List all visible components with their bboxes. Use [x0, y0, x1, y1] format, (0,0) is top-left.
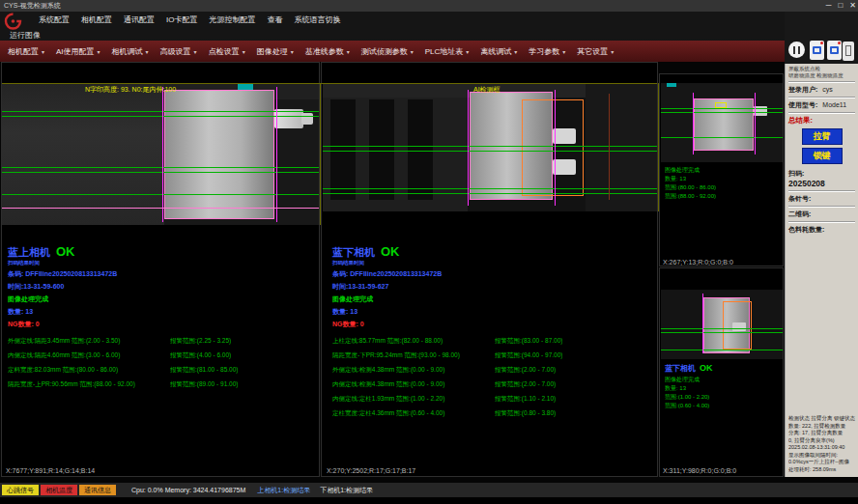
measurement-row-r: 报警范围:(2.25 - 3.25): [170, 337, 231, 351]
menu-item[interactable]: 系统语言切换: [288, 14, 346, 25]
separator: [788, 190, 855, 192]
process-done-text: 图像处理完成: [332, 294, 651, 304]
toolbar-item[interactable]: 相机调试: [106, 46, 155, 57]
login-value: cys: [822, 86, 833, 93]
measurement-row: 内侧定线:检测4.38mm 范围:(0.00 - 9.00)报警范围:(2.00…: [332, 380, 651, 395]
upper-camera-result-text: 上相机1:检测结果: [257, 486, 310, 495]
toolbar-list: 相机配置AI使用配置相机调试高级设置点检设置图像处理基准线参数测试侦测参数PLC…: [2, 46, 619, 57]
ai-box-label: AI检测框: [473, 85, 500, 95]
count-text: 数量: 13: [332, 307, 651, 317]
qr-label: 二维码:: [788, 210, 855, 219]
ai-detect-box: [522, 99, 584, 196]
measurement-row-r: 报警范围:(2.00 - 7.00): [495, 366, 556, 380]
cursor-coords-upper: X:7677;Y:891;R:14;G:14;B:14: [6, 467, 95, 474]
toolbar-item[interactable]: 点检设置: [203, 46, 251, 57]
maximize-icon[interactable]: □: [838, 0, 843, 12]
result-line: 范围:(88.00 - 92.00): [665, 192, 716, 201]
camera-view-upper[interactable]: N字印高度: 93. N0:尾内伸:100: [2, 84, 319, 225]
model-value: Mode11: [822, 101, 846, 108]
yellow-marker-box: [715, 102, 727, 108]
camera-view-lower[interactable]: AI检测框: [323, 84, 657, 211]
green-guide-line: [323, 188, 657, 189]
menu-item[interactable]: IO卡配置: [160, 14, 203, 25]
toolbar-item[interactable]: 离线调试: [474, 46, 523, 57]
toolbar-item[interactable]: 其它设置: [571, 46, 619, 57]
lower-result-block: 蓝下相机 OK 扫码结果时间 条码: DFFIline2025020813313…: [332, 244, 651, 424]
toolbar-item[interactable]: 高级设置: [155, 46, 203, 57]
green-guide-line: [2, 172, 319, 173]
ok-status-badge: OK: [700, 363, 713, 373]
app-logo-icon: [4, 13, 22, 30]
measurement-row-r: 报警范围:(94.00 - 97.00): [495, 351, 562, 366]
minimize-icon[interactable]: ─: [826, 0, 832, 12]
measurement-list: 外侧定线:隔距3.45mm 范围:(2.00 - 3.50)报警范围:(2.25…: [8, 337, 315, 395]
cyan-marker: [238, 84, 253, 90]
machine-slot: [408, 99, 433, 200]
camera-status-row: 蓝下相机 OK: [332, 244, 651, 260]
toolbar-item[interactable]: 相机配置: [2, 46, 50, 57]
material-label: 色料耗数量:: [788, 225, 855, 235]
magenta-guide-line: [555, 90, 556, 206]
guide-divider-line: [658, 83, 659, 211]
menu-item[interactable]: 系统配置: [33, 14, 75, 25]
magenta-guide-line: [162, 87, 163, 222]
measurement-row-l: 外侧定线:检测4.38mm 范围:(0.00 - 9.00): [332, 366, 495, 380]
toolbar-item[interactable]: 基准线参数: [300, 46, 356, 57]
toolbar-item[interactable]: AI使用配置: [50, 46, 106, 57]
measurement-row: 上柱定线:85.77mm 范围:(82.00 - 88.00)报警范围:(83.…: [332, 337, 651, 351]
scan-row: 扫码:: [788, 169, 855, 179]
toolbar-item[interactable]: 学习参数: [523, 46, 571, 57]
upper-result-block: 蓝上相机 OK 扫码结果时间 条码: DFFIline2025020813313…: [8, 244, 315, 395]
measurement-row: 隔距宽度-上PR:90.56mm 范围:(88.00 - 92.00)报警范围:…: [8, 380, 315, 395]
alert-text: NG数量: 0: [8, 320, 315, 329]
separator: [788, 206, 855, 208]
title-bar: CYS-视觉检测系统: [0, 0, 858, 12]
scan-label: 扫码:: [788, 170, 804, 177]
process-done-text: 图像处理完成: [8, 294, 315, 304]
status-bar: 心跳信号 相机温度 通讯信息 Cpu: 0.0% Memory: 3424.41…: [0, 483, 858, 497]
side-tool-button[interactable]: [843, 42, 854, 61]
pause-button[interactable]: [788, 42, 805, 58]
menu-item[interactable]: 查看: [261, 14, 288, 25]
magenta-guide-line: [693, 93, 694, 154]
measurement-row-r: 报警范围:(83.00 - 87.00): [495, 337, 562, 351]
camera-view-aux-top[interactable]: [661, 83, 783, 162]
record-dot-icon: [820, 42, 823, 44]
bright-feature: [553, 159, 576, 175]
total-result-label: 总结果:: [788, 116, 855, 126]
close-icon[interactable]: ✕: [849, 0, 856, 12]
menu-item[interactable]: 相机配置: [75, 14, 118, 25]
menu-item[interactable]: 光源控制配置: [203, 14, 261, 25]
measurement-row-r: 报警范围:(1.10 - 2.10): [495, 395, 556, 409]
login-row: 登录用户: cys: [788, 85, 855, 95]
cpu-memory-text: Cpu: 0.0% Memory: 3424.41796875M: [131, 487, 245, 493]
aux-top-result-lines: 图像处理完成数量: 13范围:(80.00 - 86.00)范围:(88.00 …: [665, 166, 716, 201]
machine-body-region: [2, 84, 164, 225]
camera-view-aux-bottom[interactable]: [661, 290, 783, 359]
green-guide-line: [661, 350, 783, 350]
aux-bottom-result-block: 蓝下相机 OK 图像处理完成数量: 13范围:(1.00 - 2.20)范围:(…: [665, 363, 713, 410]
measurement-row-r: 报警范围:(0.80 - 3.80): [495, 409, 556, 424]
camera-tool-button-2[interactable]: [827, 41, 842, 60]
tab-run-image[interactable]: 运行图像: [10, 30, 41, 41]
menu-list: 系统配置相机配置通讯配置IO卡配置光源控制配置查看系统语言切换: [33, 14, 346, 25]
device-icon: [845, 45, 851, 56]
toolbar-item[interactable]: 图像处理: [251, 46, 300, 57]
model-row: 使用型号: Mode11: [788, 100, 855, 110]
app-window: CYS-视觉检测系统 ─ □ ✕ 系统配置相机配置通讯配置IO卡配置光源控制配置…: [0, 0, 858, 504]
menu-item[interactable]: 通讯配置: [118, 14, 160, 25]
green-guide-line: [2, 194, 319, 195]
window-controls: ─ □ ✕: [826, 0, 856, 12]
bright-feature: [732, 322, 746, 331]
separator: [788, 97, 855, 98]
pause-icon: [793, 46, 800, 54]
scan-value: 20250208: [788, 179, 855, 188]
toolbar-item[interactable]: 测试侦测参数: [356, 46, 419, 57]
separator: [788, 221, 855, 223]
toolbar: 相机配置AI使用配置相机调试高级设置点检设置图像处理基准线参数测试侦测参数PLC…: [0, 41, 785, 62]
machine-slot: [330, 99, 356, 200]
magenta-guide-line: [276, 87, 277, 222]
window-title: CYS-视觉检测系统: [4, 2, 61, 9]
camera-tool-button-1[interactable]: [810, 41, 824, 60]
toolbar-item[interactable]: PLC地址表: [419, 46, 475, 57]
